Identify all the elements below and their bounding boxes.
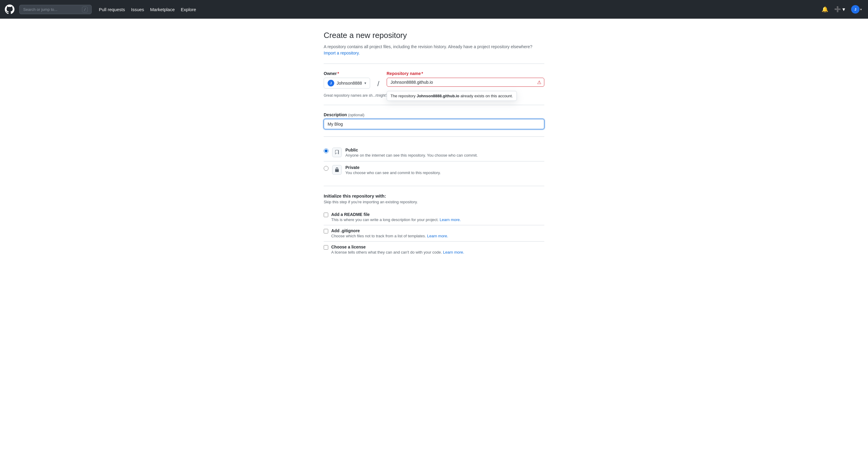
owner-avatar: J <box>328 80 334 87</box>
page-title: Create a new repository <box>324 31 544 40</box>
init-gitignore-option: Add .gitignore Choose which files not to… <box>324 225 544 241</box>
nav-links: Pull requests Issues Marketplace Explore <box>99 7 196 12</box>
init-readme-option: Add a README file This is where you can … <box>324 209 544 225</box>
repo-name-error-tooltip: The repository Johnson8888.github.io alr… <box>387 91 517 101</box>
description-optional: (optional) <box>348 113 364 117</box>
navbar: Search or jump to... / Pull requests Iss… <box>0 0 868 19</box>
nav-link-issues[interactable]: Issues <box>131 7 144 12</box>
path-separator: / <box>377 79 379 88</box>
section-divider-init <box>324 186 544 186</box>
nav-link-explore[interactable]: Explore <box>181 7 196 12</box>
visibility-public-desc: Anyone on the internet can see this repo… <box>345 153 544 158</box>
search-placeholder: Search or jump to... <box>23 7 80 12</box>
repo-name-label: Repository name* <box>387 71 544 76</box>
repo-name-input-wrap: ⚠ The repository Johnson8888.github.io a… <box>387 78 544 87</box>
visibility-public-option: Public Anyone on the internet can see th… <box>324 144 544 161</box>
owner-name: Johnson8888 <box>337 81 362 86</box>
visibility-section: Public Anyone on the internet can see th… <box>324 144 544 178</box>
readme-content: Add a README file This is where you can … <box>331 212 544 222</box>
readme-learn-more[interactable]: Learn more. <box>440 218 461 222</box>
init-subtitle: Skip this step if you're importing an ex… <box>324 200 544 204</box>
repo-name-group: Repository name* ⚠ The repository Johnso… <box>387 71 544 87</box>
init-title: Initialize this repository with: <box>324 193 544 198</box>
owner-label: Owner* <box>324 71 370 76</box>
gitignore-checkbox[interactable] <box>324 229 328 233</box>
visibility-private-content: Private You choose who can see and commi… <box>345 165 544 175</box>
gitignore-label: Add .gitignore <box>331 228 544 233</box>
visibility-private-desc: You choose who can see and commit to thi… <box>345 170 544 175</box>
description-input[interactable] <box>324 119 544 129</box>
search-shortcut: / <box>82 7 88 12</box>
readme-label: Add a README file <box>331 212 544 217</box>
license-content: Choose a license A license tells others … <box>331 244 544 255</box>
visibility-public-radio[interactable] <box>324 148 329 153</box>
license-checkbox[interactable] <box>324 245 328 250</box>
main-content: Create a new repository A repository con… <box>0 19 868 462</box>
nav-link-pull-requests[interactable]: Pull requests <box>99 7 125 12</box>
description-section: Description (optional) <box>324 112 544 129</box>
license-learn-more[interactable]: Learn more. <box>443 250 464 255</box>
tooltip-repo-name: Johnson8888.github.io <box>416 94 459 98</box>
visibility-public-title: Public <box>345 147 544 153</box>
gitignore-content: Add .gitignore Choose which files not to… <box>331 228 544 238</box>
user-menu-button[interactable]: J ▾ <box>850 4 863 15</box>
readme-desc: This is where you can write a long descr… <box>331 218 544 222</box>
page-subtitle: A repository contains all project files,… <box>324 44 544 56</box>
section-divider-visibility <box>324 136 544 137</box>
subtitle-text: A repository contains all project files,… <box>324 44 532 49</box>
nav-right: 🔔 ➕ ▾ J ▾ <box>820 4 863 15</box>
search-bar[interactable]: Search or jump to... / <box>19 5 92 14</box>
gitignore-learn-more[interactable]: Learn more. <box>427 234 448 238</box>
visibility-private-option: Private You choose who can see and commi… <box>324 161 544 178</box>
warning-icon: ⚠ <box>537 79 541 85</box>
license-label: Choose a license <box>331 244 544 250</box>
new-item-button[interactable]: ➕ ▾ <box>833 5 846 14</box>
owner-dropdown-icon: ▾ <box>364 81 366 85</box>
form-container: Create a new repository A repository con… <box>316 19 552 275</box>
readme-checkbox[interactable] <box>324 212 328 217</box>
notifications-button[interactable]: 🔔 <box>820 5 830 14</box>
license-desc: A license tells others what they can and… <box>331 250 544 255</box>
nav-link-marketplace[interactable]: Marketplace <box>150 7 175 12</box>
initialize-section: Initialize this repository with: Skip th… <box>324 193 544 258</box>
section-divider-desc <box>324 105 544 105</box>
owner-repo-row: Owner* J Johnson8888 ▾ / Repository name… <box>324 71 544 89</box>
owner-select[interactable]: J Johnson8888 ▾ <box>324 78 370 89</box>
github-logo-icon[interactable] <box>5 4 14 14</box>
visibility-private-title: Private <box>345 165 544 170</box>
visibility-public-content: Public Anyone on the internet can see th… <box>345 147 544 158</box>
visibility-private-radio[interactable] <box>324 166 329 171</box>
private-icon <box>332 165 342 175</box>
description-label: Description (optional) <box>324 112 544 117</box>
section-divider-top <box>324 64 544 64</box>
owner-group: Owner* J Johnson8888 ▾ <box>324 71 370 89</box>
init-license-option: Choose a license A license tells others … <box>324 241 544 258</box>
gitignore-desc: Choose which files not to track from a l… <box>331 234 544 238</box>
repo-name-input[interactable] <box>387 78 544 87</box>
import-link[interactable]: Import a repository. <box>324 51 360 56</box>
public-icon <box>332 147 342 157</box>
